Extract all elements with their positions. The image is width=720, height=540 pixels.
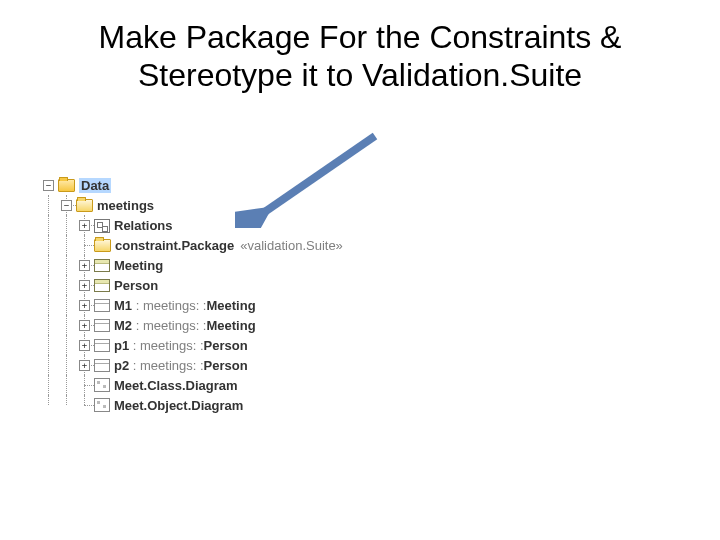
folder-open-icon xyxy=(58,179,75,192)
node-label: Person xyxy=(114,278,158,293)
folder-icon xyxy=(94,239,111,252)
node-label: M1 : meetings: :Meeting xyxy=(114,298,256,313)
tree-node-constraint-package[interactable]: constraint.Package «validation.Suite» xyxy=(40,235,343,255)
tree-node-m1[interactable]: + M1 : meetings: :Meeting xyxy=(40,295,343,315)
instance-icon xyxy=(94,299,110,312)
node-label: Meet.Class.Diagram xyxy=(114,378,238,393)
instance-icon xyxy=(94,339,110,352)
expand-icon[interactable]: + xyxy=(79,360,90,371)
class-icon xyxy=(94,259,110,272)
tree-node-class-diagram[interactable]: Meet.Class.Diagram xyxy=(40,375,343,395)
diagram-icon xyxy=(94,378,110,392)
tree-node-data[interactable]: − Data xyxy=(40,175,343,195)
expand-icon[interactable]: + xyxy=(79,340,90,351)
node-label: meetings xyxy=(97,198,154,213)
relations-icon xyxy=(94,219,110,233)
node-label: p1 : meetings: :Person xyxy=(114,338,248,353)
tree-node-p1[interactable]: + p1 : meetings: :Person xyxy=(40,335,343,355)
expand-icon[interactable]: + xyxy=(79,300,90,311)
collapse-icon[interactable]: − xyxy=(43,180,54,191)
class-icon xyxy=(94,279,110,292)
tree-node-m2[interactable]: + M2 : meetings: :Meeting xyxy=(40,315,343,335)
model-tree[interactable]: − Data − meetings + Relations constraint… xyxy=(40,175,343,415)
instance-icon xyxy=(94,319,110,332)
node-label: Relations xyxy=(114,218,173,233)
folder-icon xyxy=(76,199,93,212)
expand-icon[interactable]: + xyxy=(79,320,90,331)
expand-icon[interactable]: + xyxy=(79,260,90,271)
node-label: p2 : meetings: :Person xyxy=(114,358,248,373)
expand-icon[interactable]: + xyxy=(79,280,90,291)
tree-node-meetings[interactable]: − meetings xyxy=(40,195,343,215)
expand-icon[interactable]: + xyxy=(79,220,90,231)
node-label: M2 : meetings: :Meeting xyxy=(114,318,256,333)
instance-icon xyxy=(94,359,110,372)
tree-node-relations[interactable]: + Relations xyxy=(40,215,343,235)
tree-node-person-class[interactable]: + Person xyxy=(40,275,343,295)
node-label: constraint.Package xyxy=(115,238,234,253)
tree-node-meeting-class[interactable]: + Meeting xyxy=(40,255,343,275)
collapse-icon[interactable]: − xyxy=(61,200,72,211)
tree-node-p2[interactable]: + p2 : meetings: :Person xyxy=(40,355,343,375)
node-label: Meet.Object.Diagram xyxy=(114,398,243,413)
diagram-icon xyxy=(94,398,110,412)
stereotype-label: «validation.Suite» xyxy=(240,238,343,253)
page-title: Make Package For the Constraints & Stere… xyxy=(40,18,680,95)
node-label: Meeting xyxy=(114,258,163,273)
tree-node-object-diagram[interactable]: Meet.Object.Diagram xyxy=(40,395,343,415)
node-label: Data xyxy=(79,178,111,193)
